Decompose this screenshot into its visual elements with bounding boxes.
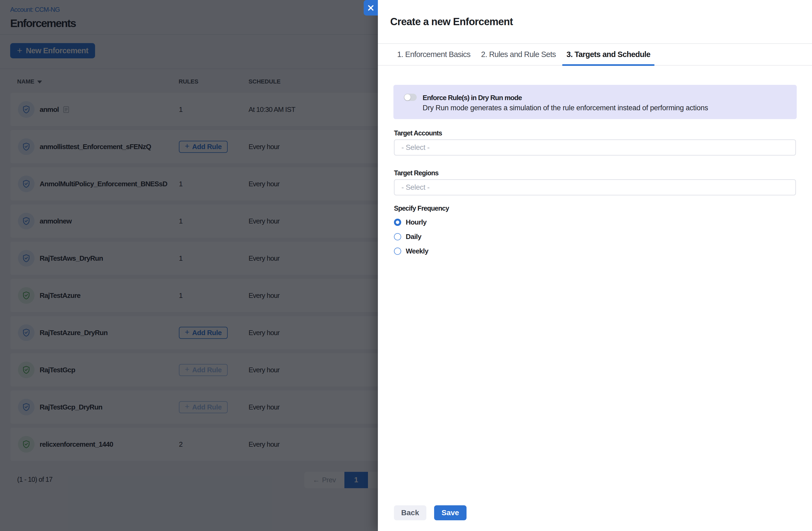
target-regions-select[interactable]: - Select - <box>394 179 796 195</box>
close-icon <box>367 4 374 11</box>
radio-label: Weekly <box>406 247 428 255</box>
frequency-radio-weekly[interactable]: Weekly <box>394 247 428 255</box>
toggle-knob <box>404 94 410 100</box>
drawer-tab-2[interactable]: 2. Rules and Rule Sets <box>477 44 560 65</box>
specify-frequency-label: Specify Frequency <box>394 205 449 212</box>
radio-unselected-icon <box>394 248 401 255</box>
drawer-tabs: 1. Enforcement Basics2. Rules and Rule S… <box>393 44 654 65</box>
radio-label: Hourly <box>406 218 426 226</box>
target-accounts-placeholder: - Select - <box>402 144 430 152</box>
target-accounts-label: Target Accounts <box>394 129 442 137</box>
dry-run-toggle[interactable] <box>404 94 417 101</box>
drawer-tab-1[interactable]: 1. Enforcement Basics <box>393 44 475 65</box>
radio-label: Daily <box>406 233 421 241</box>
radio-selected-icon <box>394 219 401 226</box>
target-regions-placeholder: - Select - <box>402 183 430 192</box>
drawer-tab-3[interactable]: 3. Targets and Schedule <box>562 44 654 65</box>
save-button[interactable]: Save <box>434 505 466 520</box>
create-enforcement-drawer: Create a new Enforcement 1. Enforcement … <box>378 0 812 531</box>
dry-run-description: Dry Run mode generates a simulation of t… <box>423 104 708 112</box>
frequency-radio-daily[interactable]: Daily <box>394 233 421 240</box>
drawer-close-button[interactable] <box>364 0 378 16</box>
dry-run-banner <box>393 85 797 119</box>
dry-run-title: Enforce Rule(s) in Dry Run mode <box>423 94 522 102</box>
frequency-radio-hourly[interactable]: Hourly <box>394 218 426 226</box>
radio-unselected-icon <box>394 233 401 240</box>
target-accounts-select[interactable]: - Select - <box>394 139 796 156</box>
back-button[interactable]: Back <box>394 505 426 520</box>
drawer-footer: Back Save <box>394 505 466 520</box>
drawer-title: Create a new Enforcement <box>390 16 513 28</box>
target-regions-label: Target Regions <box>394 169 438 177</box>
